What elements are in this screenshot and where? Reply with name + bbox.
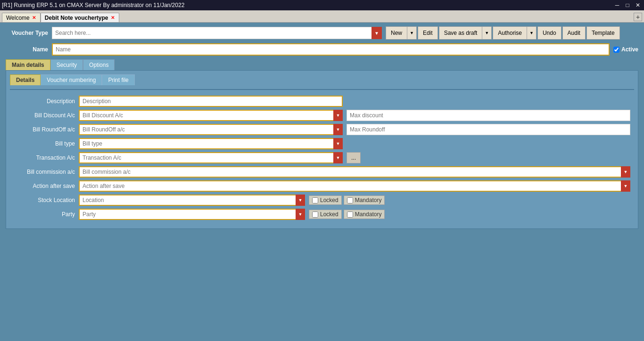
stock-location-checkboxes: Locked Mandatory: [309, 195, 385, 205]
voucher-type-search-wrap: [52, 27, 382, 39]
template-button[interactable]: Template: [586, 26, 620, 40]
bill-roundoff-label: Bill RoundOff a/c: [14, 126, 75, 133]
window-controls: ─ □ ✕: [613, 1, 642, 9]
tab-debit-note-close[interactable]: ✕: [110, 15, 115, 20]
tab-welcome[interactable]: Welcome ✕: [2, 13, 41, 22]
title-text: [R1] Running ERP 5.1 on CMAX Server By a…: [2, 2, 184, 8]
outer-tab-security[interactable]: Security: [50, 59, 83, 70]
new-button-group: New: [386, 26, 417, 40]
form-content: Description Bill Discount A/c Bill Round…: [10, 94, 634, 225]
name-row: Name Active: [6, 43, 638, 56]
party-checkboxes: Locked Mandatory: [309, 210, 385, 219]
maximize-button[interactable]: □: [623, 1, 632, 9]
bill-type-dropdown-arrow[interactable]: [333, 138, 343, 149]
title-bar: [R1] Running ERP 5.1 on CMAX Server By a…: [0, 0, 644, 10]
party-select-wrap: [79, 209, 305, 220]
bill-discount-dropdown-arrow[interactable]: [333, 110, 343, 121]
bill-type-row: Bill type: [14, 138, 630, 149]
bill-type-input[interactable]: [79, 138, 343, 149]
bill-commission-dropdown-arrow[interactable]: [621, 166, 630, 178]
party-input[interactable]: [79, 209, 305, 220]
party-mandatory-checkbox[interactable]: [347, 211, 353, 218]
tab-bar: Welcome ✕ Debit Note vouchertype ✕ +: [0, 10, 644, 23]
new-dropdown-arrow[interactable]: [407, 26, 417, 40]
inner-tabs: Details Voucher numbering Print file: [10, 74, 634, 85]
inner-tab-voucher-numbering[interactable]: Voucher numbering: [41, 74, 102, 85]
outer-tab-options[interactable]: Options: [83, 59, 115, 70]
authorise-dropdown-arrow[interactable]: [527, 26, 537, 40]
party-locked-label[interactable]: Locked: [320, 211, 339, 218]
party-dropdown-arrow[interactable]: [296, 209, 305, 220]
bill-commission-row: Bill commission a/c: [14, 166, 630, 178]
active-checkbox[interactable]: [613, 47, 619, 53]
active-label[interactable]: Active: [621, 46, 638, 53]
party-row: Party Locked Mandatory: [14, 209, 630, 220]
bill-type-select-wrap: [79, 138, 343, 149]
name-input[interactable]: [52, 43, 610, 56]
tab-add-button[interactable]: +: [634, 13, 642, 21]
main-content: Voucher Type New Edit Save as draft Auth…: [0, 23, 644, 233]
edit-button[interactable]: Edit: [418, 26, 438, 40]
party-locked-wrap: Locked: [309, 210, 342, 219]
transaction-ac-input[interactable]: [79, 152, 343, 163]
voucher-type-search[interactable]: [52, 27, 382, 39]
authorise-button[interactable]: Authorise: [493, 26, 527, 40]
max-discount-input[interactable]: [347, 110, 630, 121]
outer-tab-main-details[interactable]: Main details: [6, 59, 50, 70]
inner-tab-details[interactable]: Details: [10, 74, 41, 85]
transaction-ac-select-wrap: [79, 152, 343, 163]
stock-location-input[interactable]: [79, 195, 305, 206]
description-row: Description: [14, 96, 630, 107]
toolbar: New Edit Save as draft Authorise Undo Au…: [386, 26, 620, 40]
tab-debit-note-label: Debit Note vouchertype: [45, 15, 108, 21]
party-label: Party: [14, 211, 75, 218]
action-after-save-row: Action after save: [14, 180, 630, 192]
tab-welcome-close[interactable]: ✕: [32, 15, 36, 20]
action-after-save-label: Action after save: [14, 183, 75, 189]
save-as-draft-button[interactable]: Save as draft: [439, 26, 483, 40]
inner-tab-print-file[interactable]: Print file: [102, 74, 134, 85]
action-after-save-select-wrap: [79, 180, 630, 192]
bill-roundoff-input[interactable]: [79, 124, 343, 135]
action-after-save-input[interactable]: [79, 180, 630, 192]
stock-location-mandatory-wrap: Mandatory: [344, 195, 385, 205]
tab-debit-note[interactable]: Debit Note vouchertype ✕: [41, 13, 119, 22]
undo-button[interactable]: Undo: [537, 26, 561, 40]
save-as-draft-dropdown-arrow[interactable]: [482, 26, 492, 40]
action-after-save-dropdown-arrow[interactable]: [621, 180, 630, 192]
active-checkbox-wrap: Active: [613, 46, 638, 53]
stock-location-mandatory-checkbox[interactable]: [347, 197, 353, 203]
minimize-button[interactable]: ─: [613, 1, 621, 9]
bill-roundoff-dropdown-arrow[interactable]: [333, 124, 343, 135]
stock-location-dropdown-arrow[interactable]: [296, 195, 305, 206]
outer-tab-content: Details Voucher numbering Print file Des…: [6, 70, 638, 229]
stock-location-select-wrap: [79, 195, 305, 206]
transaction-ac-dropdown-arrow[interactable]: [333, 152, 343, 163]
voucher-type-dropdown-arrow[interactable]: [372, 27, 382, 39]
stock-location-mandatory-label[interactable]: Mandatory: [355, 197, 382, 203]
description-input[interactable]: [79, 96, 343, 107]
close-button[interactable]: ✕: [634, 1, 642, 9]
transaction-ac-ellipsis-button[interactable]: ...: [347, 152, 361, 163]
transaction-ac-label: Transaction A/c: [14, 154, 75, 161]
party-mandatory-label[interactable]: Mandatory: [355, 211, 382, 218]
bill-discount-input[interactable]: [79, 110, 343, 121]
stock-location-row: Stock Location Locked Mandatory: [14, 195, 630, 206]
stock-location-label: Stock Location: [14, 197, 75, 203]
outer-tabs: Main details Security Options: [6, 59, 638, 70]
description-label: Description: [14, 98, 75, 105]
bill-discount-label: Bill Discount A/c: [14, 112, 75, 119]
save-as-draft-group: Save as draft: [439, 26, 492, 40]
voucher-type-label: Voucher Type: [6, 30, 48, 36]
bill-discount-select-wrap: [79, 110, 343, 121]
max-roundoff-input[interactable]: [347, 124, 630, 135]
bill-discount-row: Bill Discount A/c: [14, 110, 630, 121]
audit-button[interactable]: Audit: [562, 26, 586, 40]
bill-commission-label: Bill commission a/c: [14, 169, 75, 175]
stock-location-locked-label[interactable]: Locked: [320, 197, 339, 203]
new-button[interactable]: New: [386, 26, 407, 40]
party-locked-checkbox[interactable]: [312, 211, 318, 218]
transaction-ac-row: Transaction A/c ...: [14, 152, 630, 163]
stock-location-locked-checkbox[interactable]: [312, 197, 318, 203]
bill-commission-input[interactable]: [79, 166, 630, 178]
